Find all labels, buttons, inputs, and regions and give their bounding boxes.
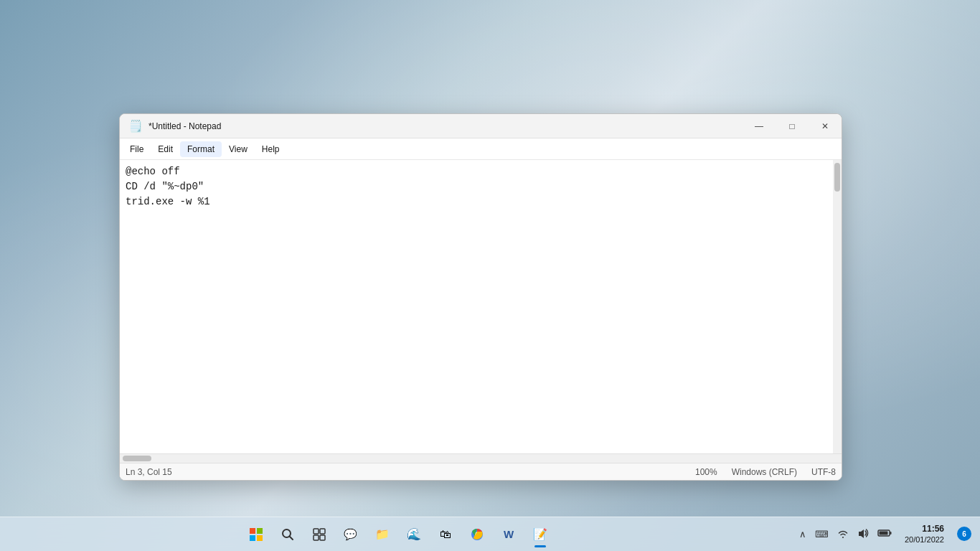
svg-rect-1 <box>257 528 263 534</box>
notepad-window: 🗒️ *Untitled - Notepad — □ ✕ File Edit F… <box>119 113 842 481</box>
menu-format[interactable]: Format <box>180 141 222 157</box>
tray-battery[interactable] <box>875 527 895 541</box>
svg-rect-13 <box>879 531 887 534</box>
svg-line-5 <box>289 536 293 540</box>
svg-rect-14 <box>890 532 891 534</box>
scrollbar-thumb-vertical <box>834 163 840 192</box>
taskbar-task-view[interactable] <box>305 520 334 549</box>
menu-bar: File Edit Format View Help <box>120 138 842 160</box>
system-tray: ∧ ⌨ <box>796 527 895 542</box>
menu-file[interactable]: File <box>123 141 151 157</box>
encoding[interactable]: UTF-8 <box>811 467 836 477</box>
tray-wifi[interactable] <box>834 527 852 542</box>
vertical-scrollbar[interactable] <box>833 160 842 453</box>
taskbar-ms-store[interactable]: 🛍 <box>431 520 460 549</box>
taskbar-word[interactable]: W <box>494 520 523 549</box>
window-controls: — □ ✕ <box>743 114 842 138</box>
title-bar: 🗒️ *Untitled - Notepad — □ ✕ <box>120 114 842 138</box>
taskbar: 💬 📁 🌊 🛍 W <box>0 517 980 551</box>
line-endings[interactable]: Windows (CRLF) <box>732 467 797 477</box>
svg-rect-9 <box>320 535 325 540</box>
zoom-level[interactable]: 100% <box>695 467 717 477</box>
clock-time: 11:56 <box>905 524 944 535</box>
notepad-window-icon: 🗒️ <box>128 119 143 133</box>
horizontal-scrollbar[interactable] <box>120 454 833 463</box>
svg-rect-7 <box>320 529 325 534</box>
cursor-position: Ln 3, Col 15 <box>126 467 681 477</box>
desktop: 🗒️ *Untitled - Notepad — □ ✕ File Edit F… <box>0 0 980 551</box>
clock-date: 20/01/2022 <box>905 534 944 545</box>
close-button[interactable]: ✕ <box>809 114 842 138</box>
minimize-button[interactable]: — <box>743 114 776 138</box>
tray-chevron[interactable]: ∧ <box>796 527 809 541</box>
menu-edit[interactable]: Edit <box>151 141 180 157</box>
svg-rect-8 <box>314 535 319 540</box>
taskbar-start-button[interactable] <box>242 520 270 549</box>
svg-rect-0 <box>250 528 255 534</box>
taskbar-notepad[interactable]: 📝 <box>526 520 555 549</box>
taskbar-edge[interactable]: 🌊 <box>400 520 428 549</box>
notepad-content-area: @echo off CD /d "%~dp0" trid.exe -w %1 <box>120 160 842 453</box>
status-bar: Ln 3, Col 15 100% Windows (CRLF) UTF-8 <box>120 463 842 480</box>
maximize-button[interactable]: □ <box>776 114 809 138</box>
taskbar-file-explorer[interactable]: 📁 <box>368 520 397 549</box>
taskbar-search[interactable] <box>273 520 302 549</box>
menu-view[interactable]: View <box>222 141 255 157</box>
notepad-window-title: *Untitled - Notepad <box>149 121 743 131</box>
taskbar-chrome[interactable] <box>463 520 491 549</box>
notepad-textarea[interactable]: @echo off CD /d "%~dp0" trid.exe -w %1 <box>120 160 833 453</box>
clock[interactable]: 11:56 20/01/2022 <box>900 522 948 547</box>
taskbar-icons: 💬 📁 🌊 🛍 W <box>0 520 796 549</box>
scroll-corner <box>833 454 842 463</box>
tray-volume[interactable] <box>854 527 872 542</box>
tray-keyboard[interactable]: ⌨ <box>812 527 831 541</box>
notification-badge[interactable]: 6 <box>957 527 971 541</box>
bottom-scrollbar-area <box>120 453 842 463</box>
scrollbar-thumb-horizontal <box>123 456 151 461</box>
taskbar-right: ∧ ⌨ <box>796 522 980 547</box>
svg-rect-3 <box>257 535 263 541</box>
svg-rect-2 <box>250 535 255 541</box>
menu-help[interactable]: Help <box>255 141 287 157</box>
taskbar-teams[interactable]: 💬 <box>336 520 365 549</box>
svg-rect-6 <box>314 529 319 534</box>
